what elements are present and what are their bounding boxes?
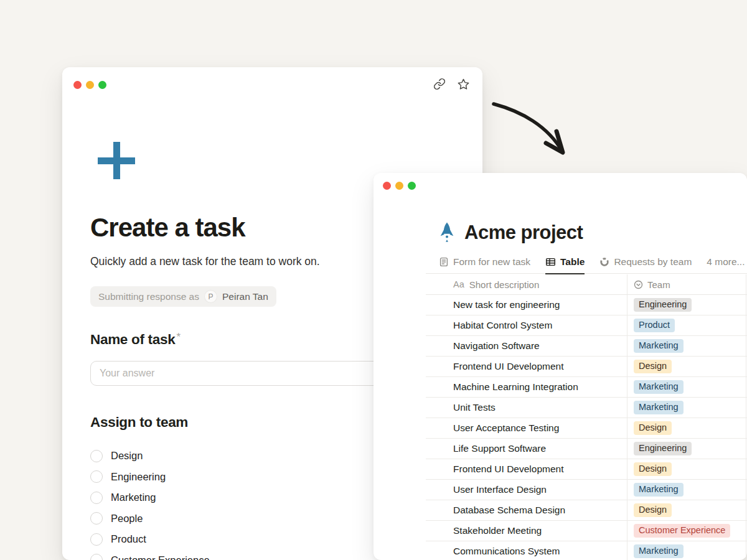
link-icon[interactable] [433, 77, 446, 91]
task-description[interactable]: Database Schema Design [453, 505, 565, 516]
close-button[interactable] [383, 182, 391, 190]
task-description[interactable]: Frontend UI Development [453, 361, 563, 372]
team-badge[interactable]: Customer Experience [634, 524, 730, 538]
assign-to-team-label: Assign to team [90, 414, 188, 431]
team-badge[interactable]: Marketing [634, 401, 684, 414]
plus-page-icon [98, 142, 135, 179]
column-header-short-description[interactable]: Aa Short description [426, 279, 627, 290]
task-description[interactable]: New task for engineering [453, 299, 560, 310]
table-row[interactable]: Frontend UI Development Design [426, 459, 747, 480]
task-description[interactable]: Life Support Software [453, 443, 546, 454]
table-row[interactable]: Machine Learning Integration Marketing [426, 377, 747, 398]
tab-table[interactable]: Table [545, 256, 585, 274]
task-description[interactable]: Habitat Control System [453, 320, 552, 331]
column-divider [746, 274, 746, 560]
radio-icon[interactable] [90, 554, 103, 560]
team-badge[interactable]: Marketing [634, 339, 684, 353]
team-badge[interactable]: Design [634, 462, 672, 476]
form-title: Create a task [90, 213, 245, 243]
avatar: P [204, 290, 217, 303]
table-header-row: Aa Short description Team [426, 274, 747, 295]
name-of-task-label: Name of task* [90, 331, 181, 348]
star-icon[interactable] [456, 77, 470, 91]
task-description[interactable]: Unit Tests [453, 402, 496, 413]
pie-chart-icon [599, 257, 609, 267]
team-option-product[interactable]: Product [90, 529, 210, 550]
team-badge[interactable]: Engineering [634, 298, 692, 312]
task-description[interactable]: Communications System [453, 546, 560, 557]
table-row[interactable]: Database Schema Design Design [426, 500, 747, 521]
team-badge[interactable]: Product [634, 319, 675, 332]
minimize-button[interactable] [395, 182, 403, 190]
table-row[interactable]: User Interface Design Marketing [426, 480, 747, 500]
tasks-table: Aa Short description Team New task for e… [426, 274, 747, 560]
window-controls [73, 81, 106, 89]
tab-form-for-new-task[interactable]: Form for new task [439, 256, 530, 274]
team-badge[interactable]: Design [634, 421, 672, 435]
team-options-list: Design Engineering Marketing People Prod… [90, 446, 210, 560]
table-row[interactable]: Communications System Marketing [426, 541, 747, 560]
radio-icon[interactable] [90, 492, 103, 504]
submitting-as-label: Submitting response as [98, 291, 199, 302]
team-badge[interactable]: Engineering [634, 442, 692, 455]
team-option-customer-experience[interactable]: Customer Experience [90, 550, 210, 560]
close-button[interactable] [73, 81, 82, 89]
table-row[interactable]: Frontend UI Development Design [426, 357, 747, 377]
table-row[interactable]: Navigation Software Marketing [426, 336, 747, 357]
team-badge[interactable]: Design [634, 360, 672, 373]
window-controls [383, 182, 416, 190]
column-header-team[interactable]: Team [627, 274, 747, 294]
table-row[interactable]: Habitat Control System Product [426, 315, 747, 336]
form-subtitle: Quickly add a new task for the team to w… [90, 255, 320, 268]
rocket-icon [438, 222, 456, 244]
tab-more[interactable]: 4 more... [707, 256, 745, 274]
text-type-icon: Aa [453, 279, 464, 289]
select-type-icon [634, 280, 643, 289]
table-row[interactable]: Life Support Software Engineering [426, 439, 747, 459]
zoom-button[interactable] [408, 182, 416, 190]
team-option-engineering[interactable]: Engineering [90, 467, 210, 488]
curved-arrow [489, 93, 583, 167]
submitting-user-name: Peiran Tan [222, 291, 268, 302]
minimize-button[interactable] [86, 81, 94, 89]
required-asterisk: * [176, 331, 180, 343]
task-description[interactable]: Machine Learning Integration [453, 381, 578, 393]
task-description[interactable]: Navigation Software [453, 340, 540, 352]
team-badge[interactable]: Marketing [634, 380, 684, 394]
view-tabs: Form for new task Table Requests by team… [426, 250, 747, 274]
table-row[interactable]: Unit Tests Marketing [426, 398, 747, 418]
table-row[interactable]: Stakeholder Meeting Customer Experience [426, 521, 747, 541]
radio-icon[interactable] [90, 533, 103, 546]
team-option-design[interactable]: Design [90, 446, 210, 467]
team-badge[interactable]: Design [634, 503, 672, 517]
team-option-marketing[interactable]: Marketing [90, 487, 210, 508]
table-row[interactable]: New task for engineering Engineering [426, 295, 747, 315]
acme-project-window: Acme project Form for new task Table [374, 173, 747, 560]
team-option-people[interactable]: People [90, 508, 210, 530]
zoom-button[interactable] [98, 81, 106, 89]
task-description[interactable]: User Acceptance Testing [453, 422, 559, 434]
radio-icon[interactable] [90, 450, 103, 462]
team-badge[interactable]: Marketing [634, 544, 684, 558]
table-row[interactable]: User Acceptance Testing Design [426, 418, 747, 439]
submitting-as-pill: Submitting response as P Peiran Tan [90, 286, 276, 307]
page-title: Acme project [464, 222, 583, 244]
form-icon [439, 257, 449, 267]
radio-icon[interactable] [90, 470, 103, 483]
tab-requests-by-team[interactable]: Requests by team [599, 256, 692, 274]
task-description[interactable]: User Interface Design [453, 484, 547, 495]
radio-icon[interactable] [90, 512, 103, 525]
task-description[interactable]: Stakeholder Meeting [453, 525, 542, 536]
task-description[interactable]: Frontend UI Development [453, 464, 563, 475]
team-badge[interactable]: Marketing [634, 483, 684, 497]
table-icon [545, 257, 556, 267]
